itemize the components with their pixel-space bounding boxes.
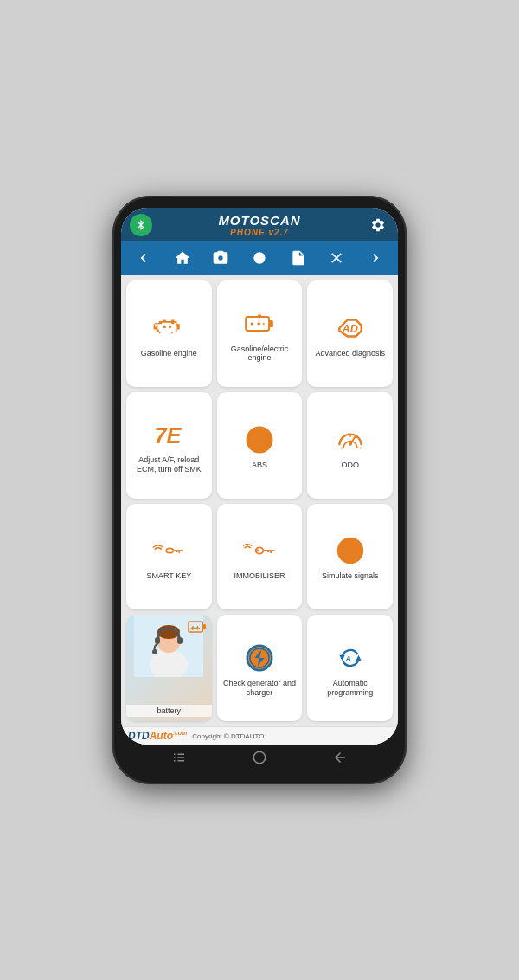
- app-title-main: MOTOSCAN: [152, 213, 367, 228]
- menu-label-odo: ODO: [341, 461, 359, 470]
- lightning-icon: [243, 641, 276, 675]
- menu-label-abs: ABS: [252, 461, 267, 470]
- menu-item-adjust-af[interactable]: 7E Adjust A/F, reload ECM, turn off SMK: [126, 392, 212, 499]
- app-footer: DTDAuto.com Copyright © DTDAUTO: [121, 726, 398, 745]
- menu-label-adjust-af: Adjust A/F, reload ECM, turn off SMK: [130, 455, 208, 474]
- svg-text:A: A: [344, 654, 350, 663]
- menu-label-gasoline-engine: Gasoline engine: [141, 349, 197, 358]
- nav-bar: [121, 241, 398, 275]
- menu-label-smart-key: SMART KEY: [146, 571, 191, 581]
- abs-icon: ABS: [243, 422, 276, 457]
- footer-logo-com: .com: [173, 730, 187, 736]
- menu-item-auto-programming[interactable]: A Automatic programming: [307, 615, 393, 721]
- battery-label: battery: [126, 705, 212, 717]
- svg-rect-1: [163, 326, 166, 328]
- nav-file-button[interactable]: [286, 246, 311, 270]
- svg-rect-38: [189, 622, 203, 632]
- phone-bottom-nav: [121, 745, 398, 767]
- bluetooth-button[interactable]: [130, 214, 152, 236]
- settings-button[interactable]: [367, 214, 389, 236]
- app-title-block: MOTOSCAN PHONE v2.7: [152, 213, 367, 237]
- svg-point-29: [256, 550, 259, 552]
- menu-item-check-generator[interactable]: Check generator and charger: [217, 615, 303, 721]
- heart-wave-icon: [334, 533, 367, 568]
- footer-copyright: Copyright © DTDAUTO: [192, 732, 264, 740]
- nav-home-button[interactable]: [170, 246, 195, 270]
- key-icon: [243, 533, 276, 568]
- auto-prog-icon: A: [334, 641, 367, 675]
- menu-label-simulate-signals: Simulate signals: [322, 571, 379, 581]
- smart-key-icon: [152, 533, 185, 568]
- svg-point-45: [250, 648, 269, 667]
- nav-forward-button[interactable]: [363, 246, 388, 270]
- svg-point-17: [349, 442, 352, 445]
- svg-marker-48: [339, 655, 344, 661]
- menu-label-auto-programming: Automatic programming: [311, 679, 389, 698]
- svg-rect-2: [169, 326, 171, 328]
- android-recent-button[interactable]: [171, 750, 187, 765]
- battery-photo: battery: [126, 615, 212, 721]
- svg-rect-39: [202, 625, 206, 630]
- svg-point-37: [152, 649, 157, 654]
- speedometer-icon: [334, 422, 367, 457]
- svg-rect-36: [177, 637, 183, 644]
- te-icon: 7E: [152, 417, 185, 452]
- svg-text:7E: 7E: [155, 423, 183, 448]
- phone-screen: MOTOSCAN PHONE v2.7: [121, 208, 398, 745]
- menu-item-immobiliser[interactable]: IMMOBILISER: [217, 504, 303, 610]
- engine-icon: [152, 311, 185, 345]
- menu-item-simulate-signals[interactable]: Simulate signals: [307, 504, 393, 610]
- svg-text:AD: AD: [341, 323, 357, 335]
- menu-item-gasoline-engine[interactable]: Gasoline engine: [126, 280, 212, 387]
- battery-engine-icon: [243, 306, 276, 341]
- menu-label-gasoline-electric: Gasoline/electric engine: [221, 345, 299, 364]
- svg-text:ABS: ABS: [252, 436, 268, 445]
- svg-point-0: [253, 252, 265, 263]
- app-title-sub: PHONE v2.7: [152, 228, 367, 237]
- nav-delete-button[interactable]: [324, 246, 349, 270]
- svg-point-21: [167, 549, 174, 553]
- svg-point-50: [253, 751, 266, 764]
- menu-item-gasoline-electric[interactable]: Gasoline/electric engine: [217, 280, 303, 387]
- menu-label-immobiliser: IMMOBILISER: [234, 571, 285, 581]
- footer-logo: DTDAuto.com: [128, 730, 187, 742]
- advanced-icon: AD: [334, 311, 367, 345]
- menu-label-check-generator: Check generator and charger: [221, 679, 299, 698]
- svg-rect-4: [269, 320, 273, 327]
- nav-camera-button[interactable]: [208, 246, 233, 270]
- nav-record-button[interactable]: [247, 246, 272, 270]
- menu-item-battery[interactable]: battery: [126, 615, 212, 721]
- menu-item-advanced-diagnosis[interactable]: AD Advanced diagnosis: [307, 280, 393, 387]
- menu-item-odo[interactable]: ODO: [307, 392, 393, 499]
- menu-grid: Gasoline engine: [121, 275, 398, 726]
- phone-device: MOTOSCAN PHONE v2.7: [112, 196, 407, 784]
- android-back-button[interactable]: [332, 750, 348, 765]
- nav-back-button[interactable]: [131, 246, 156, 270]
- android-home-button[interactable]: [252, 750, 267, 765]
- menu-item-smart-key[interactable]: SMART KEY: [126, 504, 212, 610]
- menu-label-advanced-diagnosis: Advanced diagnosis: [315, 349, 385, 358]
- svg-marker-47: [356, 655, 361, 661]
- app-header: MOTOSCAN PHONE v2.7: [121, 208, 398, 241]
- menu-item-abs[interactable]: ABS ABS: [217, 392, 303, 499]
